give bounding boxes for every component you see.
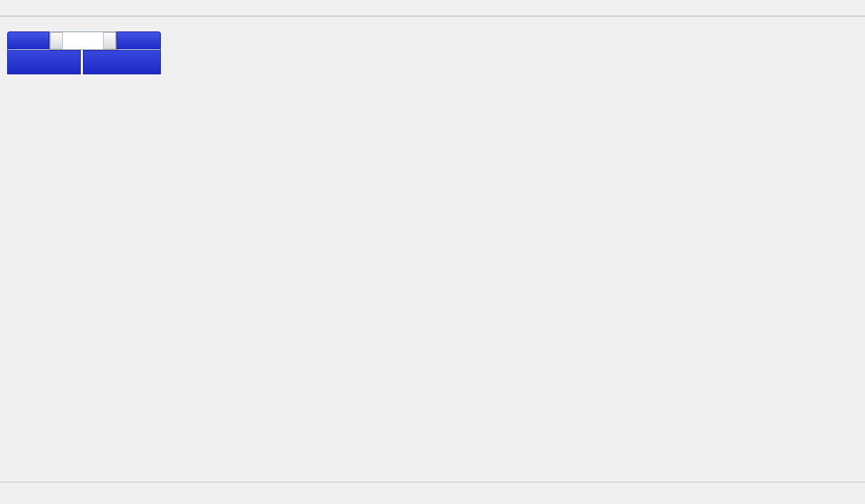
volume-input[interactable] xyxy=(63,32,103,49)
volume-decrease-button[interactable] xyxy=(50,32,63,49)
application-window xyxy=(0,0,865,504)
chart-canvas[interactable] xyxy=(0,0,865,504)
symbol-tab-bar xyxy=(0,482,865,504)
buy-price-display[interactable] xyxy=(83,50,161,74)
timeframe-toolbar xyxy=(0,0,865,16)
buy-button[interactable] xyxy=(117,31,161,50)
volume-increase-button[interactable] xyxy=(103,32,116,49)
volume-stepper xyxy=(49,31,117,50)
sell-price-display[interactable] xyxy=(7,50,81,74)
one-click-trading-panel xyxy=(7,31,161,74)
sell-button[interactable] xyxy=(7,31,49,50)
